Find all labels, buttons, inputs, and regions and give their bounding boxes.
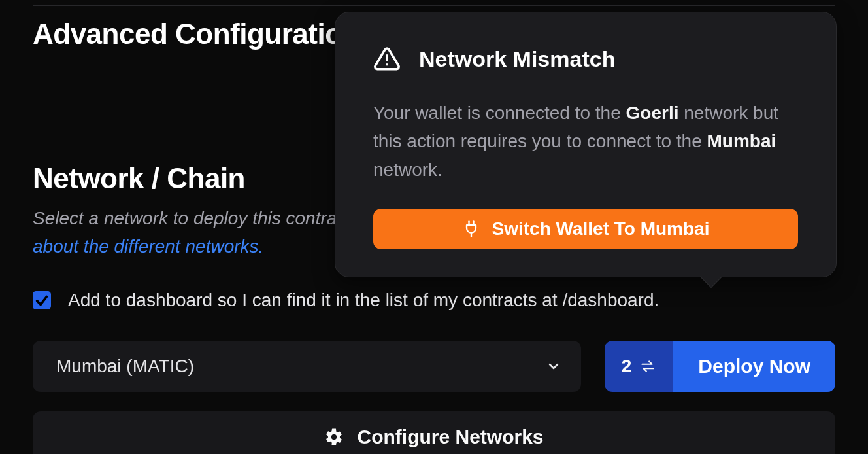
checkmark-icon xyxy=(35,293,49,307)
transaction-count-badge: 2 xyxy=(605,341,674,392)
warning-triangle-icon xyxy=(373,45,401,73)
deploy-now-button[interactable]: Deploy Now xyxy=(673,341,835,392)
popover-title: Network Mismatch xyxy=(419,46,615,72)
network-select-value: Mumbai (MATIC) xyxy=(56,356,194,377)
configure-networks-button[interactable]: Configure Networks xyxy=(33,411,835,454)
add-to-dashboard-checkbox[interactable] xyxy=(33,291,51,309)
add-to-dashboard-label: Add to dashboard so I can find it in the… xyxy=(68,290,659,311)
network-mismatch-popover: Network Mismatch Your wallet is connecte… xyxy=(335,12,837,277)
gear-icon xyxy=(324,427,344,447)
transaction-count: 2 xyxy=(622,356,632,377)
chevron-down-icon xyxy=(546,358,561,374)
popover-message: Your wallet is connected to the Goerli n… xyxy=(373,99,798,184)
network-select[interactable]: Mumbai (MATIC) xyxy=(33,341,581,392)
plug-icon xyxy=(462,220,480,238)
switch-wallet-label: Switch Wallet To Mumbai xyxy=(492,218,710,239)
configure-networks-label: Configure Networks xyxy=(357,426,543,448)
swap-icon xyxy=(639,358,656,375)
switch-wallet-button[interactable]: Switch Wallet To Mumbai xyxy=(373,209,798,249)
